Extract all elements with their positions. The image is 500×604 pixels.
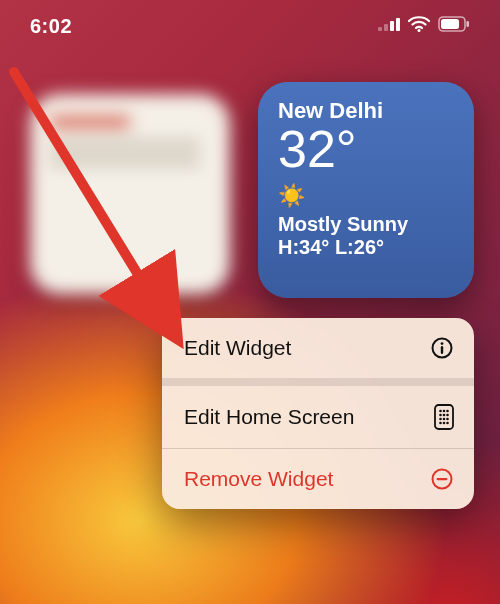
widget-context-menu: Edit Widget Edit Home Screen Remove Widg… (162, 318, 474, 509)
status-bar: 6:02 (0, 0, 500, 52)
svg-point-13 (443, 410, 446, 413)
weather-widget[interactable]: New Delhi 32° ☀️ Mostly Sunny H:34° L:26… (258, 82, 474, 298)
svg-point-16 (443, 414, 446, 417)
svg-point-15 (439, 414, 442, 417)
menu-item-label: Edit Widget (184, 336, 291, 360)
svg-rect-7 (467, 21, 470, 27)
remove-icon (430, 467, 454, 491)
svg-rect-25 (437, 478, 448, 480)
remove-widget-menu-item[interactable]: Remove Widget (162, 449, 474, 509)
apps-grid-icon (434, 404, 454, 430)
svg-rect-0 (378, 27, 382, 31)
status-icons (378, 16, 470, 36)
edit-widget-menu-item[interactable]: Edit Widget (162, 318, 474, 378)
edit-home-screen-menu-item[interactable]: Edit Home Screen (162, 386, 474, 448)
svg-point-17 (446, 414, 449, 417)
svg-point-19 (443, 418, 446, 421)
svg-point-18 (439, 418, 442, 421)
weather-high-low: H:34° L:26° (278, 236, 454, 259)
svg-point-12 (439, 410, 442, 413)
svg-point-22 (443, 422, 446, 425)
sun-icon: ☀️ (278, 183, 454, 209)
svg-rect-1 (384, 24, 388, 31)
weather-condition: Mostly Sunny (278, 213, 454, 236)
weather-temperature: 32° (278, 122, 454, 177)
wifi-icon (408, 16, 430, 36)
battery-icon (438, 16, 470, 36)
svg-rect-2 (390, 21, 394, 31)
svg-point-9 (441, 342, 444, 345)
svg-point-4 (418, 29, 421, 32)
svg-point-14 (446, 410, 449, 413)
menu-item-label: Remove Widget (184, 467, 333, 491)
svg-rect-6 (441, 19, 459, 29)
cellular-icon (378, 17, 400, 35)
svg-rect-10 (441, 346, 443, 354)
svg-point-20 (446, 418, 449, 421)
svg-point-23 (446, 422, 449, 425)
clock-time: 6:02 (30, 15, 72, 38)
svg-rect-3 (396, 18, 400, 31)
notes-widget[interactable] (30, 94, 230, 294)
info-icon (430, 336, 454, 360)
svg-rect-11 (435, 405, 453, 429)
menu-item-label: Edit Home Screen (184, 405, 354, 429)
svg-point-21 (439, 422, 442, 425)
